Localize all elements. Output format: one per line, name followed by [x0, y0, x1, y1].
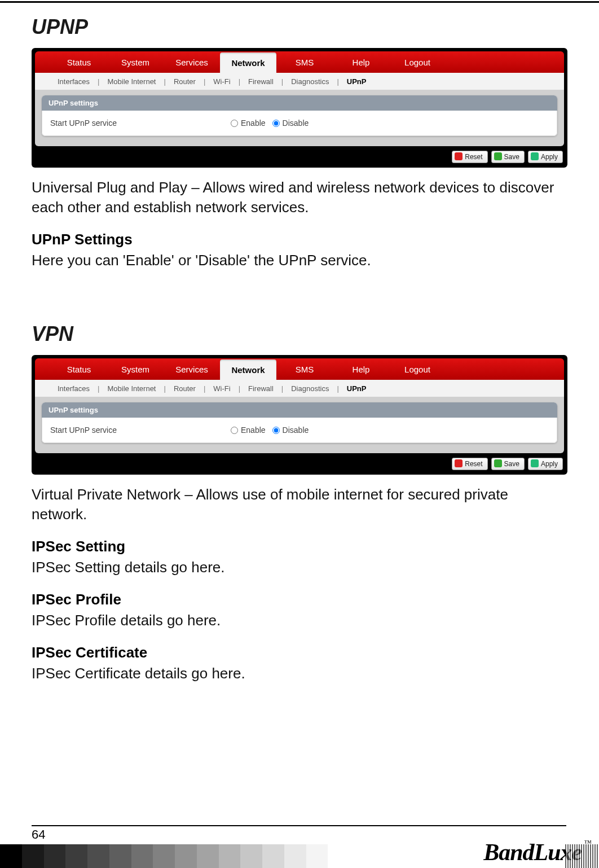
document-page: UPNP Status System Services Network SMS …: [0, 1, 599, 682]
nav-separator: |: [96, 384, 100, 393]
card-header: UPnP settings: [42, 95, 557, 111]
nav-logout[interactable]: Logout: [389, 51, 446, 73]
nav-network[interactable]: Network: [220, 360, 276, 380]
radio-enable-label: Enable: [241, 119, 266, 128]
nav-sms[interactable]: SMS: [276, 51, 333, 73]
subnav-wifi[interactable]: Wi-Fi: [206, 77, 237, 86]
action-bar: Reset Save Apply: [35, 151, 564, 163]
spacer: [32, 284, 567, 310]
radio-enable-wrap[interactable]: Enable: [231, 426, 266, 435]
nav-separator: |: [336, 384, 340, 393]
subnav-mobile-internet[interactable]: Mobile Internet: [100, 77, 162, 86]
radio-disable-label: Disable: [283, 119, 309, 128]
vpn-description: Virtual Private Network – Allows use of …: [32, 485, 567, 524]
save-button[interactable]: Save: [491, 458, 525, 470]
main-nav: Status System Services Network SMS Help …: [35, 51, 564, 73]
reset-button[interactable]: Reset: [452, 151, 487, 163]
panel-body: UPnP settings Start UPnP service Enable …: [35, 397, 564, 453]
nav-separator: |: [162, 384, 166, 393]
upnp-settings-heading: UPnP Settings: [32, 231, 567, 248]
card-header: UPnP settings: [42, 402, 557, 418]
card-body: Start UPnP service Enable Disable: [42, 111, 557, 136]
subnav-interfaces[interactable]: Interfaces: [51, 384, 96, 393]
apply-button[interactable]: Apply: [528, 458, 563, 470]
nav-separator: |: [336, 77, 340, 86]
nav-separator: |: [280, 77, 284, 86]
subnav-upnp[interactable]: UPnP: [340, 384, 373, 393]
radio-enable-label: Enable: [241, 426, 266, 435]
main-nav: Status System Services Network SMS Help …: [35, 358, 564, 380]
upnp-settings-card: UPnP settings Start UPnP service Enable …: [42, 402, 557, 443]
subnav-mobile-internet[interactable]: Mobile Internet: [100, 384, 162, 393]
ipsec-profile-text: IPSec Profile details go here.: [32, 612, 567, 629]
nav-status[interactable]: Status: [51, 51, 107, 73]
nav-system[interactable]: System: [107, 358, 164, 380]
ipsec-certificate-text: IPSec Certificate details go here.: [32, 665, 567, 682]
reset-button[interactable]: Reset: [452, 458, 487, 470]
subnav-wifi[interactable]: Wi-Fi: [206, 384, 237, 393]
subnav-firewall[interactable]: Firewall: [241, 384, 280, 393]
nav-separator: |: [202, 384, 206, 393]
nav-network[interactable]: Network: [220, 52, 276, 73]
subnav-firewall[interactable]: Firewall: [241, 77, 280, 86]
sub-nav: Interfaces| Mobile Internet| Router| Wi-…: [35, 73, 564, 90]
subnav-upnp[interactable]: UPnP: [340, 77, 373, 86]
nav-services[interactable]: Services: [164, 51, 220, 73]
subnav-interfaces[interactable]: Interfaces: [51, 77, 96, 86]
router-screenshot-vpn: Status System Services Network SMS Help …: [32, 355, 567, 475]
action-bar: Reset Save Apply: [35, 458, 564, 470]
nav-services[interactable]: Services: [164, 358, 220, 380]
ipsec-setting-heading: IPSec Setting: [32, 538, 567, 555]
save-button[interactable]: Save: [491, 151, 525, 163]
router-screenshot-upnp: Status System Services Network SMS Help …: [32, 48, 567, 168]
nav-help[interactable]: Help: [333, 358, 389, 380]
nav-sms[interactable]: SMS: [276, 358, 333, 380]
radio-disable-label: Disable: [283, 426, 309, 435]
ipsec-profile-heading: IPSec Profile: [32, 591, 567, 608]
subnav-router[interactable]: Router: [167, 77, 202, 86]
radio-enable-wrap[interactable]: Enable: [231, 119, 266, 128]
field-label: Start UPnP service: [50, 426, 231, 435]
stripe-decoration: [565, 844, 599, 868]
radio-disable[interactable]: [272, 120, 280, 127]
upnp-description: Universal Plug and Play – Allows wired a…: [32, 178, 567, 217]
section-title-upnp: UPNP: [32, 15, 567, 39]
subnav-diagnostics[interactable]: Diagnostics: [284, 384, 336, 393]
subnav-router[interactable]: Router: [167, 384, 202, 393]
radio-enable[interactable]: [231, 427, 238, 434]
section-title-vpn: VPN: [32, 322, 567, 346]
subnav-diagnostics[interactable]: Diagnostics: [284, 77, 336, 86]
nav-separator: |: [162, 77, 166, 86]
nav-separator: |: [237, 384, 241, 393]
nav-help[interactable]: Help: [333, 51, 389, 73]
radio-disable-wrap[interactable]: Disable: [272, 119, 309, 128]
ipsec-certificate-heading: IPSec Certificate: [32, 644, 567, 661]
upnp-settings-text: Here you can 'Enable' or 'Disable' the U…: [32, 252, 567, 269]
card-body: Start UPnP service Enable Disable: [42, 418, 557, 443]
apply-button[interactable]: Apply: [528, 151, 563, 163]
radio-enable[interactable]: [231, 120, 238, 127]
nav-separator: |: [280, 384, 284, 393]
ipsec-setting-text: IPSec Setting details go here.: [32, 559, 567, 576]
radio-disable[interactable]: [272, 427, 280, 434]
gradient-bar: [0, 844, 350, 868]
nav-separator: |: [237, 77, 241, 86]
panel-body: UPnP settings Start UPnP service Enable …: [35, 90, 564, 146]
page-footer: 64 BandLuxe™: [0, 828, 599, 868]
field-label: Start UPnP service: [50, 119, 231, 128]
sub-nav: Interfaces| Mobile Internet| Router| Wi-…: [35, 380, 564, 397]
upnp-settings-card: UPnP settings Start UPnP service Enable …: [42, 95, 557, 136]
nav-separator: |: [202, 77, 206, 86]
nav-system[interactable]: System: [107, 51, 164, 73]
nav-logout[interactable]: Logout: [389, 358, 446, 380]
nav-separator: |: [96, 77, 100, 86]
radio-disable-wrap[interactable]: Disable: [272, 426, 309, 435]
nav-status[interactable]: Status: [51, 358, 107, 380]
